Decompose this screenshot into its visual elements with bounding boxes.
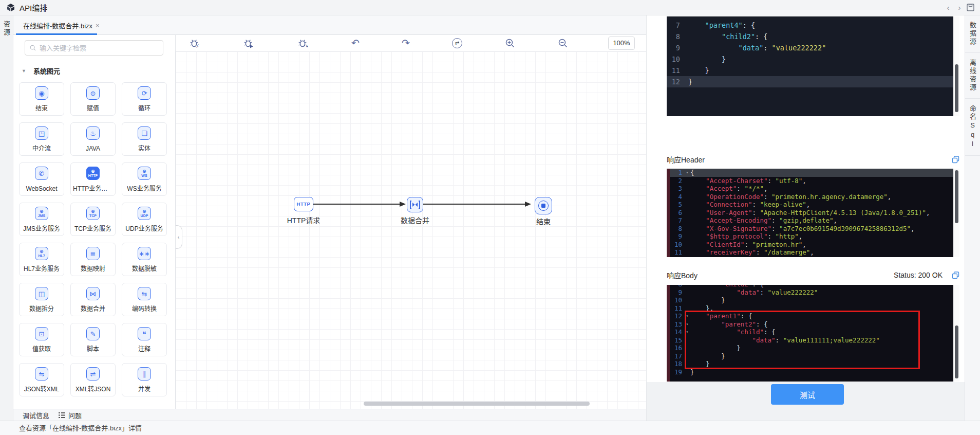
protocol-icon: ⊕HL7 bbox=[35, 247, 48, 260]
zoom-in-icon[interactable] bbox=[502, 35, 518, 51]
palette-section-header[interactable]: ▼ 系统图元 bbox=[22, 66, 60, 76]
palette-item-脚本[interactable]: ✎脚本 bbox=[70, 323, 116, 356]
palette-item-JSON转XML[interactable]: ⇋JSON转XML bbox=[19, 363, 64, 396]
实体-icon: ❏ bbox=[138, 126, 151, 140]
request-body-editor[interactable]: 7 "parent4": {8 "child2": {9 "data": "va… bbox=[667, 16, 959, 116]
palette-item-结束[interactable]: ◉结束 bbox=[19, 82, 64, 116]
palette-panel: ▼ 系统图元 ◉结束⊜赋值⟳循环◳中介流♨JAVA❏实体✆WebSocket⊕H… bbox=[13, 35, 176, 409]
code-line: 4 "OperationCode": "primeton.hr.agency.d… bbox=[670, 193, 953, 201]
code-line: 5 "Connection": "keep-alive", bbox=[670, 201, 953, 209]
viewer-scrollbar[interactable] bbox=[953, 169, 959, 257]
脚本-icon: ✎ bbox=[86, 327, 100, 340]
response-header-title: 响应Header bbox=[667, 154, 705, 165]
palette-item-label: 实体 bbox=[124, 143, 164, 152]
section-collapse-icon[interactable]: ▼ bbox=[22, 68, 26, 74]
status-text: 查看资源「在线编排-数据合并.bizx」详情 bbox=[19, 424, 142, 432]
protocol-icon: ⊕UDP bbox=[138, 207, 151, 220]
response-body-viewer[interactable]: 8 "child2": {9 "data": "value222222"10 }… bbox=[667, 285, 959, 382]
palette-item-label: HTTP业务服务 bbox=[73, 184, 113, 192]
palette-item-UDP[interactable]: ⊕UDPUDP业务服务 bbox=[122, 203, 167, 236]
search-input[interactable] bbox=[40, 44, 158, 52]
code-line: 11 } bbox=[667, 65, 953, 76]
node-data-merge[interactable] bbox=[407, 197, 423, 212]
palette-item-实体[interactable]: ❏实体 bbox=[122, 122, 167, 156]
edge-http-to-merge[interactable] bbox=[313, 204, 400, 205]
debug-run-icon[interactable] bbox=[241, 35, 256, 51]
zoom-out-icon[interactable] bbox=[555, 35, 571, 51]
palette-collapse-handle[interactable]: ‹ bbox=[176, 225, 182, 249]
palette-item-label: UDP业务服务 bbox=[124, 224, 164, 232]
palette-item-HL7[interactable]: ⊕HL7HL7业务服务 bbox=[19, 243, 64, 276]
palette-item-数据映射[interactable]: ≣数据映射 bbox=[70, 243, 116, 276]
palette-item-并发[interactable]: ∥并发 bbox=[122, 363, 167, 396]
nav-forward-icon[interactable]: › bbox=[954, 3, 965, 13]
palette-item-数据合并[interactable]: ⋈数据合并 bbox=[70, 283, 116, 316]
app-logo-icon bbox=[6, 3, 15, 12]
XML转JSON-icon: ⇌ bbox=[86, 367, 100, 380]
undo-icon[interactable]: ↶ bbox=[348, 35, 363, 51]
palette-item-中介流[interactable]: ◳中介流 bbox=[19, 122, 64, 156]
palette-item-label: WebSocket bbox=[22, 185, 62, 192]
palette-item-赋值[interactable]: ⊜赋值 bbox=[70, 82, 116, 116]
debug-step-icon[interactable]: ↷ bbox=[295, 35, 311, 51]
right-dock-tab-数据源[interactable]: 数据源 bbox=[965, 15, 980, 53]
palette-item-TCP[interactable]: ⊕TCPTCP业务服务 bbox=[70, 203, 116, 236]
tab-label: 在线编排-数据合并.bizx bbox=[23, 21, 92, 30]
app-header: API编排 ‹ › bbox=[0, 0, 980, 15]
palette-item-XML转JSON[interactable]: ⇌XML转JSON bbox=[70, 363, 116, 396]
nav-back-icon[interactable]: ‹ bbox=[943, 3, 953, 13]
debug-info-tab[interactable]: 调试信息 bbox=[23, 410, 49, 420]
tab-close-icon[interactable]: × bbox=[96, 22, 100, 29]
palette-item-注释[interactable]: ❝注释 bbox=[122, 323, 167, 356]
merge-icon bbox=[410, 201, 420, 209]
resources-tab[interactable]: 资源 bbox=[2, 21, 11, 37]
palette-item-数据拆分[interactable]: ◫数据拆分 bbox=[19, 283, 64, 316]
right-dock-tab-命名Sql[interactable]: 命名Sql bbox=[965, 99, 980, 156]
search-icon bbox=[30, 45, 36, 51]
palette-item-label: 循环 bbox=[124, 103, 164, 112]
code-line: 3 "Accept": "*/*", bbox=[670, 185, 953, 193]
code-line: 2 "Accept-Charset": "utf-8", bbox=[670, 177, 953, 185]
edge-merge-to-end[interactable] bbox=[423, 204, 525, 205]
palette-item-编码转换[interactable]: ⇆编码转换 bbox=[122, 283, 167, 316]
editor-scrollbar[interactable] bbox=[953, 16, 959, 116]
redo-icon[interactable]: ↷ bbox=[398, 35, 413, 51]
palette-item-HTTP[interactable]: ⊕HTTPHTTP业务服务 bbox=[70, 162, 116, 196]
canvas-grid[interactable]: HTTP HTTP请求 数据合并 结束 ‹ bbox=[176, 51, 646, 409]
palette-item-WS[interactable]: ⊕WSWS业务服务 bbox=[122, 162, 167, 196]
response-header-viewer[interactable]: 1▾{2 "Accept-Charset": "utf-8",3 "Accept… bbox=[667, 169, 959, 257]
node-http-label: HTTP请求 bbox=[275, 215, 332, 225]
viewer-scrollbar[interactable] bbox=[953, 285, 959, 382]
document-tab-bar: 在线编排-数据合并.bizx × bbox=[13, 15, 646, 35]
palette-item-label: TCP业务服务 bbox=[73, 224, 113, 232]
fold-icon[interactable]: ▾ bbox=[684, 169, 690, 177]
palette-search[interactable] bbox=[25, 40, 163, 56]
code-line: 10 } bbox=[670, 296, 953, 304]
palette-item-label: 值获取 bbox=[22, 344, 62, 353]
node-http-request[interactable]: HTTP bbox=[294, 197, 313, 211]
palette-grid: ◉结束⊜赋值⟳循环◳中介流♨JAVA❏实体✆WebSocket⊕HTTPHTTP… bbox=[19, 82, 173, 396]
auto-layout-icon[interactable]: ⇄ bbox=[449, 35, 465, 51]
save-icon[interactable] bbox=[967, 4, 974, 11]
flow-canvas: ⚡ ↷ ↶ ↷ ⇄ 100% HTTP HTTP请求 bbox=[176, 35, 646, 409]
test-button[interactable]: 测试 bbox=[771, 384, 844, 405]
right-dock-tab-离线资源[interactable]: 离线资源 bbox=[965, 53, 980, 99]
copy-icon[interactable] bbox=[952, 156, 959, 164]
node-end[interactable] bbox=[535, 197, 552, 214]
tab-online-merge[interactable]: 在线编排-数据合并.bizx × bbox=[16, 15, 97, 35]
copy-icon[interactable] bbox=[952, 271, 959, 279]
debug-restart-icon[interactable]: ⚡ bbox=[187, 35, 202, 51]
palette-item-数据脱敏[interactable]: ∗∗数据脱敏 bbox=[122, 243, 167, 276]
canvas-hscrollbar[interactable] bbox=[364, 402, 590, 406]
palette-item-WebSocket[interactable]: ✆WebSocket bbox=[19, 162, 64, 196]
palette-item-循环[interactable]: ⟳循环 bbox=[122, 82, 167, 116]
issues-tab[interactable]: 问题 bbox=[59, 410, 82, 420]
palette-item-label: JSON转XML bbox=[22, 384, 62, 393]
palette-item-JAVA[interactable]: ♨JAVA bbox=[70, 122, 116, 156]
JAVA-icon: ♨ bbox=[86, 126, 100, 140]
zoom-level[interactable]: 100% bbox=[608, 37, 635, 50]
palette-item-JMS[interactable]: ⊕JMSJMS业务服务 bbox=[19, 203, 64, 236]
palette-item-值获取[interactable]: ⊡值获取 bbox=[19, 323, 64, 356]
node-merge-label: 数据合并 bbox=[387, 215, 443, 225]
code-line: 7 "Accept-Encoding": "gzip,deflate", bbox=[670, 216, 953, 225]
